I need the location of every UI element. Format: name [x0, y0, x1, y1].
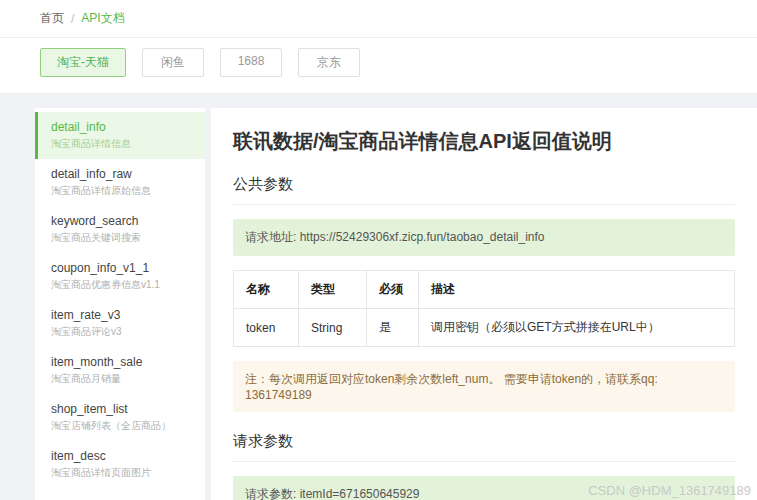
page-title: 联讯数据/淘宝商品详情信息API返回值说明	[233, 128, 735, 155]
col-header-name: 名称	[234, 271, 299, 309]
sidebar-item-desc: 淘宝店铺列表（全店商品）	[51, 419, 195, 433]
request-url-box: 请求地址: https://52429306xf.zicp.fun/taobao…	[233, 219, 735, 256]
tab-jd[interactable]: 京东	[298, 48, 360, 77]
sidebar-item-name: keyword_search	[51, 214, 195, 228]
table-header-row: 名称 类型 必须 描述	[234, 271, 735, 309]
public-params-table: 名称 类型 必须 描述 token String 是 调用密钥（必须以GET方式…	[233, 270, 735, 347]
tab-xianyu[interactable]: 闲鱼	[142, 48, 204, 77]
sidebar-item-item-desc[interactable]: item_desc 淘宝商品详情页面图片	[35, 441, 205, 488]
breadcrumb-separator: /	[71, 12, 74, 26]
sidebar-item-desc: 淘宝商品详情页面图片	[51, 466, 195, 480]
sidebar-item-shop-item-list[interactable]: shop_item_list 淘宝店铺列表（全店商品）	[35, 394, 205, 441]
col-header-required: 必须	[367, 271, 419, 309]
tab-taobao-tmall[interactable]: 淘宝-天猫	[40, 48, 126, 77]
doc-panel: 联讯数据/淘宝商品详情信息API返回值说明 公共参数 请求地址: https:/…	[211, 108, 757, 500]
sidebar-item-name: coupon_info_v1_1	[51, 261, 195, 275]
section-heading-public-params: 公共参数	[233, 175, 735, 205]
breadcrumb: 首页 / API文档	[0, 0, 757, 38]
sidebar-item-desc: 淘宝商品月销量	[51, 372, 195, 386]
col-header-type: 类型	[299, 271, 367, 309]
sidebar-item-name: item_month_sale	[51, 355, 195, 369]
content-area: detail_info 淘宝商品详情信息 detail_info_raw 淘宝商…	[0, 94, 757, 500]
cell-required: 是	[367, 309, 419, 347]
breadcrumb-current[interactable]: API文档	[81, 10, 124, 27]
sidebar-item-coupon-info[interactable]: coupon_info_v1_1 淘宝商品优惠券信息v1.1	[35, 253, 205, 300]
cell-name: token	[234, 309, 299, 347]
sidebar-item-desc: 淘宝商品详情信息	[51, 137, 195, 151]
sidebar-item-name: item_rate_v3	[51, 308, 195, 322]
col-header-desc: 描述	[419, 271, 735, 309]
sidebar-item-name: detail_info	[51, 120, 195, 134]
token-note-box: 注：每次调用返回对应token剩余次数left_num。 需要申请token的，…	[233, 361, 735, 412]
sidebar-item-name: detail_info_raw	[51, 167, 195, 181]
request-params-box: 请求参数: itemId=671650645929	[233, 476, 735, 500]
section-heading-request-params: 请求参数	[233, 432, 735, 462]
sidebar-item-keyword-search[interactable]: keyword_search 淘宝商品关键词搜索	[35, 206, 205, 253]
cell-type: String	[299, 309, 367, 347]
sidebar-item-detail-info-raw[interactable]: detail_info_raw 淘宝商品详情原始信息	[35, 159, 205, 206]
tab-1688[interactable]: 1688	[220, 48, 282, 77]
table-row: token String 是 调用密钥（必须以GET方式拼接在URL中）	[234, 309, 735, 347]
api-sidebar: detail_info 淘宝商品详情信息 detail_info_raw 淘宝商…	[35, 108, 205, 500]
sidebar-item-desc: 淘宝商品评论v3	[51, 325, 195, 339]
sidebar-item-item-rate[interactable]: item_rate_v3 淘宝商品评论v3	[35, 300, 205, 347]
sidebar-item-name: item_desc	[51, 449, 195, 463]
sidebar-item-item-month-sale[interactable]: item_month_sale 淘宝商品月销量	[35, 347, 205, 394]
sidebar-item-desc: 淘宝商品详情原始信息	[51, 184, 195, 198]
sidebar-item-desc: 淘宝商品关键词搜索	[51, 231, 195, 245]
sidebar-item-detail-info[interactable]: detail_info 淘宝商品详情信息	[35, 112, 205, 159]
sidebar-item-name: shop_item_list	[51, 402, 195, 416]
breadcrumb-home-link[interactable]: 首页	[40, 10, 64, 27]
sidebar-item-desc: 淘宝商品优惠券信息v1.1	[51, 278, 195, 292]
platform-tabs: 淘宝-天猫 闲鱼 1688 京东	[0, 38, 757, 94]
cell-desc: 调用密钥（必须以GET方式拼接在URL中）	[419, 309, 735, 347]
